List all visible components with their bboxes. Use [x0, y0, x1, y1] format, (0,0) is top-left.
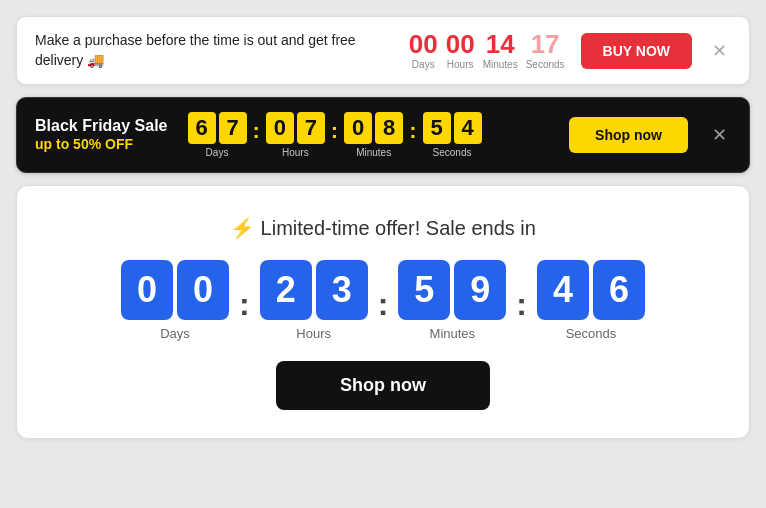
bf-days: 6 7 Days [188, 112, 247, 158]
bf-close-icon[interactable]: ✕ [708, 120, 731, 150]
bf-sep1: : [253, 118, 260, 144]
bf-title-block: Black Friday Sale up to 50% OFF [35, 117, 168, 153]
limited-headline: ⚡ Limited-time offer! Sale ends in [230, 216, 536, 240]
bf-sep2: : [331, 118, 338, 144]
bf-days-label: Days [206, 147, 229, 158]
bf-subtitle: up to 50% OFF [35, 136, 133, 152]
limited-sep1: : [239, 286, 250, 323]
delivery-minutes-value: 14 [486, 31, 515, 57]
limited-minutes-d2: 9 [454, 260, 506, 320]
bf-countdown: 6 7 Days : 0 7 Hours : 0 8 Minutes : 5 4 [188, 112, 482, 158]
limited-hours-label: Hours [296, 326, 331, 341]
bf-minutes-pair: 0 8 [344, 112, 403, 144]
delivery-days-label: Days [412, 59, 435, 70]
limited-hours-pair: 2 3 [260, 260, 368, 320]
bf-seconds-d2: 4 [454, 112, 482, 144]
bf-days-d1: 6 [188, 112, 216, 144]
delivery-banner: Make a purchase before the time is out a… [16, 16, 750, 85]
delivery-hours-label: Hours [447, 59, 474, 70]
bf-minutes-d2: 8 [375, 112, 403, 144]
bf-title: Black Friday Sale [35, 117, 168, 135]
bf-sep3: : [409, 118, 416, 144]
buy-now-button[interactable]: BUY NOW [581, 33, 692, 69]
limited-hours-d2: 3 [316, 260, 368, 320]
limited-hours: 2 3 Hours [260, 260, 368, 341]
limited-seconds-pair: 4 6 [537, 260, 645, 320]
bf-hours-pair: 0 7 [266, 112, 325, 144]
bf-hours: 0 7 Hours [266, 112, 325, 158]
limited-days: 0 0 Days [121, 260, 229, 341]
bf-seconds: 5 4 Seconds [423, 112, 482, 158]
limited-minutes: 5 9 Minutes [398, 260, 506, 341]
limited-seconds: 4 6 Seconds [537, 260, 645, 341]
bf-days-pair: 6 7 [188, 112, 247, 144]
limited-days-label: Days [160, 326, 190, 341]
limited-seconds-d1: 4 [537, 260, 589, 320]
bf-seconds-label: Seconds [433, 147, 472, 158]
limited-minutes-label: Minutes [430, 326, 476, 341]
bf-minutes-label: Minutes [356, 147, 391, 158]
delivery-minutes: 14 Minutes [483, 31, 518, 70]
bf-seconds-pair: 5 4 [423, 112, 482, 144]
limited-shop-now-button[interactable]: Shop now [276, 361, 490, 410]
bf-minutes-d1: 0 [344, 112, 372, 144]
limited-days-d1: 0 [121, 260, 173, 320]
limited-minutes-d1: 5 [398, 260, 450, 320]
delivery-days: 00 Days [409, 31, 438, 70]
close-icon[interactable]: ✕ [708, 36, 731, 66]
delivery-countdown: 00 Days 00 Hours 14 Minutes 17 Seconds [409, 31, 565, 70]
limited-sep2: : [378, 286, 389, 323]
bf-shop-now-button[interactable]: Shop now [569, 117, 688, 153]
limited-seconds-label: Seconds [566, 326, 617, 341]
limited-days-pair: 0 0 [121, 260, 229, 320]
bf-minutes: 0 8 Minutes [344, 112, 403, 158]
limited-offer-panel: ⚡ Limited-time offer! Sale ends in 0 0 D… [16, 185, 750, 439]
bf-seconds-d1: 5 [423, 112, 451, 144]
limited-minutes-pair: 5 9 [398, 260, 506, 320]
delivery-seconds-label: Seconds [526, 59, 565, 70]
delivery-days-value: 00 [409, 31, 438, 57]
limited-countdown: 0 0 Days : 2 3 Hours : 5 9 Minutes : 4 6 [121, 260, 645, 341]
limited-hours-d1: 2 [260, 260, 312, 320]
delivery-seconds-value: 17 [531, 31, 560, 57]
delivery-hours-value: 00 [446, 31, 475, 57]
delivery-minutes-label: Minutes [483, 59, 518, 70]
delivery-seconds: 17 Seconds [526, 31, 565, 70]
bf-days-d2: 7 [219, 112, 247, 144]
black-friday-banner: Black Friday Sale up to 50% OFF 6 7 Days… [16, 97, 750, 173]
bf-hours-d1: 0 [266, 112, 294, 144]
limited-seconds-d2: 6 [593, 260, 645, 320]
limited-days-d2: 0 [177, 260, 229, 320]
delivery-hours: 00 Hours [446, 31, 475, 70]
limited-sep3: : [516, 286, 527, 323]
delivery-text: Make a purchase before the time is out a… [35, 31, 393, 70]
bf-hours-d2: 7 [297, 112, 325, 144]
bf-hours-label: Hours [282, 147, 309, 158]
